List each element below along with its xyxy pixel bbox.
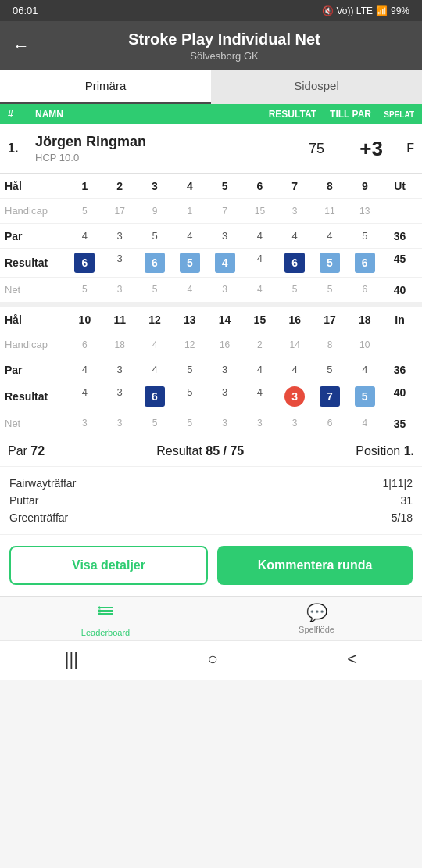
tab-sidospel[interactable]: Sidospel (211, 70, 422, 104)
player-info: Jörgen Ringman HCP 10.0 (35, 134, 277, 163)
res-f6: 4 (242, 252, 277, 274)
hcp-f3: 9 (138, 204, 173, 218)
leaderboard-icon: 1 2 3 (96, 603, 115, 626)
net-f5: 3 (207, 282, 242, 298)
page-subtitle: Sölvesborg GK (39, 50, 409, 62)
front-par-cells: 4 3 5 4 3 4 4 4 5 36 (67, 228, 417, 244)
summary-result: Resultat 85 / 75 (156, 444, 244, 458)
sys-home-button[interactable]: ○ (208, 649, 218, 669)
nav-leaderboard[interactable]: 1 2 3 Leaderboard (0, 603, 211, 637)
par-b16: 4 (277, 362, 313, 378)
net-f9: 6 (347, 282, 382, 298)
par-b10: 4 (67, 362, 102, 378)
par-f6: 4 (242, 228, 277, 244)
net-b18: 4 (347, 416, 382, 432)
hole-ut: Ut (382, 178, 417, 194)
button-row: Visa detaljer Kommentera runda (0, 535, 422, 596)
hcp-f7: 3 (277, 204, 313, 218)
nav-leaderboard-label: Leaderboard (81, 628, 130, 637)
nav-spelflode-label: Spelflöde (299, 625, 334, 634)
net-b17: 6 (313, 416, 348, 432)
visa-detaljer-button[interactable]: Visa detaljer (9, 546, 208, 585)
sys-back-button[interactable]: < (347, 649, 357, 669)
stat-green: Greenträffar 5/18 (9, 509, 413, 526)
net-f3: 5 (138, 282, 173, 298)
front-hole-row: Hål 1 2 3 4 5 6 7 8 9 Ut (0, 174, 422, 199)
par-f2: 3 (102, 228, 138, 244)
hole-7: 7 (277, 178, 313, 194)
hole-17: 17 (313, 312, 348, 328)
system-nav: ||| ○ < (0, 640, 422, 680)
res-f4: 5 (172, 252, 207, 274)
status-icons: 🔇 Vo)) LTE 📶 99% (322, 5, 410, 16)
hole-4: 4 (172, 178, 207, 194)
front-result-row: Resultat 6 3 6 5 4 4 6 5 6 45 (0, 249, 422, 278)
wifi-icon: 📶 (376, 5, 388, 16)
net-b14: 3 (207, 416, 242, 432)
bottom-nav: 1 2 3 Leaderboard 💬 Spelflöde (0, 596, 422, 640)
par-b17: 5 (313, 362, 348, 378)
hcp-f2: 17 (102, 204, 138, 218)
sys-menu-button[interactable]: ||| (65, 649, 78, 669)
back-par-label: Par (5, 364, 67, 376)
hcp-b15: 2 (242, 338, 277, 352)
net-ut: 40 (382, 282, 417, 298)
back-result-row: Resultat 4 3 6 5 3 4 3 7 5 40 (0, 382, 422, 411)
par-b11: 3 (102, 362, 138, 378)
front-hole-cells: 1 2 3 4 5 6 7 8 9 Ut (67, 178, 417, 194)
tabs: Primära Sidospel (0, 70, 422, 104)
tab-primara[interactable]: Primära (0, 70, 211, 104)
hcp-b17: 8 (313, 338, 348, 352)
nav-spelflode[interactable]: 💬 Spelflöde (211, 603, 422, 637)
stat-putt-value: 31 (400, 494, 413, 507)
net-b15: 3 (242, 416, 277, 432)
par-f9: 5 (347, 228, 382, 244)
kommentera-runda-button[interactable]: Kommentera runda (217, 546, 413, 585)
back-button[interactable]: ← (13, 36, 30, 56)
hole-10: 10 (67, 312, 102, 328)
net-b11: 3 (102, 416, 138, 432)
res-f7: 6 (277, 252, 313, 274)
hole-2: 2 (102, 178, 138, 194)
player-row[interactable]: 1. Jörgen Ringman HCP 10.0 75 +3 F (0, 124, 422, 174)
net-f4: 4 (172, 282, 207, 298)
par-f1: 4 (67, 228, 102, 244)
hcp-f1: 5 (67, 204, 102, 218)
stat-fairway: Fairwayträffar 1|11|2 (9, 475, 413, 492)
front-net-cells: 5 3 5 4 3 4 5 5 6 40 (67, 282, 417, 298)
back-hole-row: Hål 10 11 12 13 14 15 16 17 18 In (0, 307, 422, 332)
hole-3: 3 (138, 178, 173, 194)
player-position: 1. (8, 142, 35, 156)
scorecard-front: Hål 1 2 3 4 5 6 7 8 9 Ut Handicap 5 17 9… (0, 174, 422, 303)
battery-icon: 99% (391, 5, 409, 16)
net-f7: 5 (277, 282, 313, 298)
res-b17: 7 (313, 386, 348, 407)
par-b12: 4 (138, 362, 173, 378)
hole-15: 15 (242, 312, 277, 328)
res-f3: 6 (138, 252, 173, 274)
res-b14: 3 (207, 386, 242, 407)
player-score: 75 (277, 141, 324, 157)
net-b10: 3 (67, 416, 102, 432)
scorecard-back: Hål 10 11 12 13 14 15 16 17 18 In Handic… (0, 307, 422, 436)
page-title: Stroke Play Individual Net (39, 30, 409, 48)
front-net-row: Net 5 3 5 4 3 4 5 5 6 40 (0, 278, 422, 303)
res-b18: 5 (347, 386, 382, 407)
back-net-label: Net (5, 418, 67, 429)
stat-putt-label: Puttar (9, 494, 38, 507)
front-par-label: Par (5, 230, 67, 242)
res-b16: 3 (277, 386, 313, 407)
hole-12: 12 (138, 312, 173, 328)
hcp-b13: 12 (172, 338, 207, 352)
hcp-b12: 4 (138, 338, 173, 352)
mute-icon: 🔇 (322, 5, 334, 16)
back-result-cells: 4 3 6 5 3 4 3 7 5 40 (67, 386, 417, 407)
par-f4: 4 (172, 228, 207, 244)
player-name: Jörgen Ringman (35, 134, 277, 150)
hole-1: 1 (67, 178, 102, 194)
hcp-b14: 16 (207, 338, 242, 352)
net-b16: 3 (277, 416, 313, 432)
col-name: NAMN (35, 109, 254, 120)
par-f5: 3 (207, 228, 242, 244)
status-bar: 06:01 🔇 Vo)) LTE 📶 99% (0, 0, 422, 21)
